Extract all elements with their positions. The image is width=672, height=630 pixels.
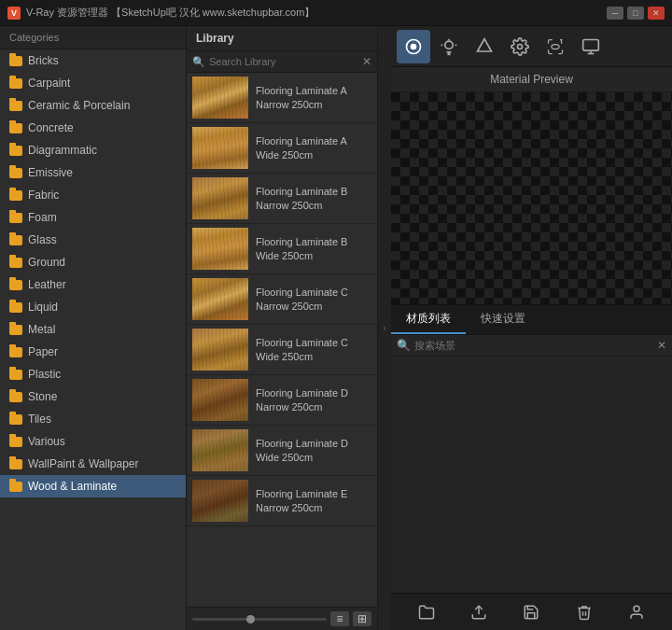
tab-geometry-icon[interactable] bbox=[468, 30, 501, 63]
library-item[interactable]: Flooring Laminate B Narrow 250cm bbox=[187, 174, 377, 224]
category-item-liquid[interactable]: Liquid bbox=[0, 296, 186, 318]
material-name: Flooring Laminate D Narrow 250cm bbox=[256, 386, 348, 413]
category-item-various[interactable]: Various bbox=[0, 430, 186, 453]
category-item-concrete[interactable]: Concrete bbox=[0, 117, 186, 139]
library-header: Library bbox=[187, 26, 377, 51]
category-item-carpaint[interactable]: Carpaint bbox=[0, 72, 186, 94]
maximize-button[interactable]: □ bbox=[627, 7, 644, 20]
library-item[interactable]: Flooring Laminate C Narrow 250cm bbox=[187, 274, 377, 325]
import-button[interactable] bbox=[466, 599, 492, 625]
main-container: Categories BricksCarpaintCeramic & Porce… bbox=[0, 26, 672, 630]
material-thumbnail bbox=[192, 329, 248, 371]
category-list: BricksCarpaintCeramic & PorcelainConcret… bbox=[0, 49, 186, 497]
svg-point-13 bbox=[634, 606, 639, 611]
scene-materials-area bbox=[391, 357, 672, 594]
library-item[interactable]: Flooring Laminate D Narrow 250cm bbox=[187, 375, 377, 426]
preview-canvas bbox=[391, 92, 672, 304]
tab-output-icon[interactable] bbox=[574, 30, 608, 63]
folder-icon bbox=[9, 280, 22, 290]
preview-label: Material Preview bbox=[391, 67, 672, 92]
library-panel: Library 🔍 ✕ Flooring Laminate A Narrow 2… bbox=[187, 26, 378, 630]
search-icon: 🔍 bbox=[192, 56, 205, 68]
folder-icon bbox=[9, 437, 22, 447]
size-slider[interactable] bbox=[192, 618, 327, 621]
library-item[interactable]: Flooring Laminate A Narrow 250cm bbox=[187, 73, 377, 123]
list-view-button[interactable]: ≡ bbox=[330, 611, 349, 626]
folder-icon bbox=[9, 123, 22, 133]
category-item-fabric[interactable]: Fabric bbox=[0, 184, 186, 206]
material-thumbnail bbox=[192, 77, 248, 119]
category-item-leather[interactable]: Leather bbox=[0, 273, 186, 296]
library-item[interactable]: Flooring Laminate C Wide 250cm bbox=[187, 325, 377, 375]
folder-icon bbox=[9, 235, 22, 245]
library-item[interactable]: Flooring Laminate E Narrow 250cm bbox=[187, 476, 377, 526]
material-name: Flooring Laminate C Wide 250cm bbox=[256, 336, 348, 363]
material-name: Flooring Laminate B Narrow 250cm bbox=[256, 185, 347, 212]
material-thumbnail bbox=[192, 379, 248, 421]
category-label: Emissive bbox=[28, 166, 73, 179]
title-left: V V-Ray 资源管理器 【SketchUp吧 汉化 www.sketchup… bbox=[7, 6, 315, 20]
close-button[interactable]: ✕ bbox=[648, 7, 665, 20]
category-item-bricks[interactable]: Bricks bbox=[0, 49, 186, 72]
expand-arrow[interactable]: › bbox=[378, 26, 391, 630]
tab-bar bbox=[391, 26, 672, 67]
category-item-paper[interactable]: Paper bbox=[0, 341, 186, 363]
library-search-bar[interactable]: 🔍 ✕ bbox=[187, 51, 377, 73]
categories-panel: Categories BricksCarpaintCeramic & Porce… bbox=[0, 26, 187, 630]
minimize-button[interactable]: ─ bbox=[607, 7, 623, 20]
grid-view-button[interactable]: ⊞ bbox=[353, 611, 371, 626]
category-item-emissive[interactable]: Emissive bbox=[0, 161, 186, 184]
scene-search-bar[interactable]: 🔍 ✕ bbox=[391, 335, 672, 357]
tab-settings-icon[interactable] bbox=[503, 30, 537, 63]
category-item-diagrammatic[interactable]: Diagrammatic bbox=[0, 139, 186, 161]
tab-material-list[interactable]: 材质列表 bbox=[391, 305, 466, 334]
library-item[interactable]: Flooring Laminate A Wide 250cm bbox=[187, 123, 377, 174]
material-name: Flooring Laminate A Narrow 250cm bbox=[256, 84, 347, 111]
category-item-stone[interactable]: Stone bbox=[0, 385, 186, 408]
category-item-ground[interactable]: Ground bbox=[0, 251, 186, 273]
category-item-wood-&-laminate[interactable]: Wood & Laminate bbox=[0, 475, 186, 497]
folder-icon bbox=[9, 482, 22, 492]
folder-icon bbox=[9, 302, 22, 313]
category-label: Liquid bbox=[28, 301, 58, 314]
delete-button[interactable] bbox=[571, 599, 597, 625]
category-label: Wood & Laminate bbox=[28, 480, 117, 493]
library-search-input[interactable] bbox=[209, 56, 358, 67]
material-name: Flooring Laminate D Wide 250cm bbox=[256, 437, 348, 464]
category-label: Glass bbox=[28, 233, 57, 246]
category-item-wallpaint-&-wallpaper[interactable]: WallPaint & Wallpaper bbox=[0, 453, 186, 475]
user-button[interactable] bbox=[623, 599, 650, 625]
tab-material-icon[interactable] bbox=[397, 30, 430, 63]
category-label: WallPaint & Wallpaper bbox=[28, 457, 139, 470]
library-items-list: Flooring Laminate A Narrow 250cmFlooring… bbox=[187, 73, 377, 607]
svg-point-1 bbox=[411, 43, 417, 49]
categories-header: Categories bbox=[0, 26, 186, 49]
save-button[interactable] bbox=[518, 599, 544, 625]
category-item-foam[interactable]: Foam bbox=[0, 206, 186, 229]
category-item-plastic[interactable]: Plastic bbox=[0, 363, 186, 385]
scene-search-clear[interactable]: ✕ bbox=[657, 339, 666, 352]
material-thumbnail bbox=[192, 127, 248, 169]
clear-search-button[interactable]: ✕ bbox=[362, 55, 371, 68]
right-panel: Material Preview 材质列表 快速设置 🔍 ✕ bbox=[391, 26, 672, 630]
bottom-tabs: 材质列表 快速设置 bbox=[391, 304, 672, 335]
category-item-ceramic-&-porcelain[interactable]: Ceramic & Porcelain bbox=[0, 94, 186, 117]
folder-icon bbox=[9, 414, 22, 425]
library-item[interactable]: Flooring Laminate B Wide 250cm bbox=[187, 224, 377, 274]
app-icon: V bbox=[7, 7, 21, 20]
category-item-glass[interactable]: Glass bbox=[0, 229, 186, 251]
tab-quick-settings[interactable]: 快速设置 bbox=[466, 305, 540, 334]
open-folder-button[interactable] bbox=[413, 599, 440, 625]
scene-search-input[interactable] bbox=[414, 340, 653, 351]
slider-handle[interactable] bbox=[246, 615, 255, 623]
tab-render-icon[interactable] bbox=[539, 30, 572, 63]
category-item-metal[interactable]: Metal bbox=[0, 318, 186, 341]
title-bar: V V-Ray 资源管理器 【SketchUp吧 汉化 www.sketchup… bbox=[0, 0, 672, 26]
category-label: Metal bbox=[28, 323, 55, 336]
material-thumbnail bbox=[192, 429, 248, 471]
library-item[interactable]: Flooring Laminate D Wide 250cm bbox=[187, 426, 377, 476]
svg-point-2 bbox=[445, 41, 453, 49]
tab-light-icon[interactable] bbox=[432, 30, 466, 63]
folder-icon bbox=[9, 146, 22, 156]
category-item-tiles[interactable]: Tiles bbox=[0, 408, 186, 430]
